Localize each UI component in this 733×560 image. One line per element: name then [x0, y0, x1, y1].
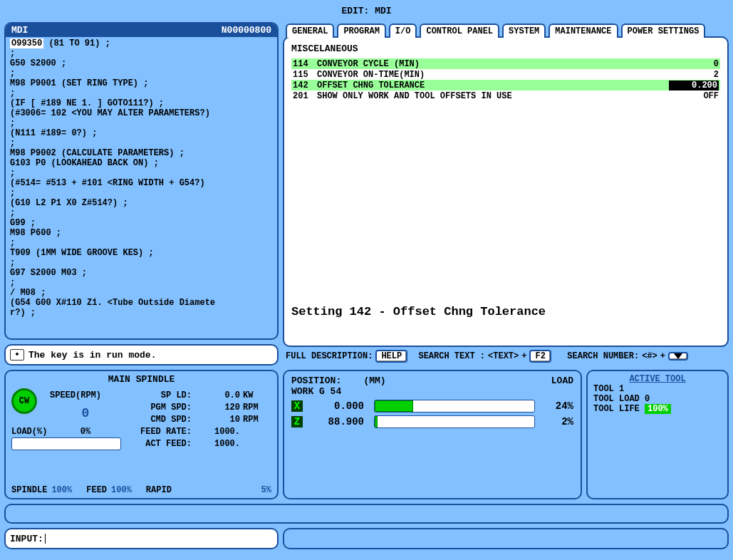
position-units: (MM) — [363, 375, 385, 386]
tab-general[interactable]: GENERAL — [286, 24, 334, 38]
code-header-left: MDI — [11, 25, 28, 36]
tool-life-label: TOOL LIFE — [593, 404, 645, 414]
ovr-rapid-l: RAPID — [146, 485, 172, 495]
spld-val: 0.0 — [197, 390, 240, 400]
position-value: 88.900 — [310, 416, 367, 427]
spindle-direction-icon: CW — [11, 388, 37, 414]
spindle-panel: MAIN SPINDLE CW SPEED(RPM) SP LD: 0.0 KW… — [4, 370, 279, 499]
act-label: ACT FEED: — [124, 439, 194, 449]
rpm-value: 0 — [50, 406, 121, 420]
tool-panel: ACTIVE TOOL TOOL 1 TOOL LOAD 0 TOOL LIFE… — [586, 370, 729, 499]
axis-label: X — [291, 400, 303, 412]
search-number-placeholder[interactable]: <#> — [642, 351, 657, 361]
setting-row[interactable]: 142OFFSET CHNG TOLERANCE0.200 — [291, 80, 720, 90]
help-button[interactable]: HELP — [375, 350, 407, 363]
spindle-title: MAIN SPINDLE — [11, 374, 271, 385]
spacer-panel — [4, 504, 729, 524]
load-percent: 24% — [542, 400, 573, 412]
load-val: 0% — [50, 427, 121, 437]
tab-power-settings[interactable]: POWER SETTINGS — [621, 24, 706, 38]
pgm-unit: RPM — [243, 403, 271, 413]
tool-life-value: 100% — [645, 404, 671, 414]
position-value: 0.000 — [310, 400, 367, 412]
position-work: WORK G 54 — [291, 386, 573, 397]
title-bar: EDIT: MDI — [4, 4, 729, 18]
tool-title: ACTIVE TOOL — [593, 374, 722, 384]
spld-label: SP LD: — [124, 390, 194, 400]
tab-system[interactable]: SYSTEM — [502, 24, 546, 38]
load-label: LOAD(%) — [11, 427, 47, 437]
tab-i/o[interactable]: I/O — [389, 24, 417, 38]
ovr-feed-v: 100% — [111, 485, 132, 495]
tab-maintenance[interactable]: MAINTENANCE — [549, 24, 618, 38]
position-load-label: LOAD — [551, 375, 573, 386]
override-row: SPINDLE 100% FEED 100% RAPID 5% — [11, 485, 271, 495]
plus-label-2: + — [660, 351, 665, 361]
ovr-spindle-l: SPINDLE — [11, 485, 47, 495]
axis-label: Z — [291, 416, 303, 427]
cmd-label: CMD SPD: — [124, 415, 194, 425]
ovr-feed-l: FEED — [86, 485, 107, 495]
input-field[interactable]: INPUT: — [4, 528, 279, 549]
key-mode-text: The key is in run mode. — [28, 350, 156, 361]
position-panel: POSITION: (MM) LOAD WORK G 54 X0.00024%Z… — [283, 370, 582, 499]
search-dropdown-button[interactable] — [668, 352, 688, 361]
search-number-label: SEARCH NUMBER: — [567, 351, 639, 361]
ovr-spindle-v: 100% — [51, 485, 72, 495]
setting-row[interactable]: 115CONVEYOR ON-TIME(MIN)2 — [291, 69, 720, 80]
setting-row[interactable]: 114CONVEYOR CYCLE (MIN)0 — [291, 58, 720, 69]
load-bar — [374, 415, 535, 428]
search-bar: FULL DESCRIPTION: HELP SEARCH TEXT : <TE… — [283, 347, 729, 365]
tab-program[interactable]: PROGRAM — [337, 24, 385, 38]
feed-label: FEED RATE: — [124, 427, 194, 437]
position-title: POSITION: — [291, 375, 341, 386]
spld-unit: KW — [243, 390, 271, 400]
load-bar — [374, 400, 535, 413]
chevron-down-icon — [674, 353, 682, 359]
feed-val: 1000. — [197, 427, 240, 437]
settings-title: MISCELANEOUS — [291, 43, 720, 54]
code-header: MDI N00000800 — [6, 24, 277, 37]
cmd-unit: RPM — [243, 415, 271, 425]
cmd-val: 10 — [197, 415, 240, 425]
ovr-rapid-v: 5% — [261, 485, 271, 495]
settings-body: MISCELANEOUS 114CONVEYOR CYCLE (MIN)0115… — [283, 36, 729, 347]
tabs: GENERALPROGRAMI/OCONTROL PANELSYSTEMMAIN… — [283, 22, 729, 36]
tool-load: TOOL LOAD 0 — [593, 394, 722, 404]
key-icon: ⬥ — [10, 349, 24, 361]
code-header-right: N00000800 — [222, 25, 271, 36]
pgm-label: PGM SPD: — [124, 403, 194, 413]
speed-label: SPEED(RPM) — [50, 390, 121, 400]
key-mode-panel: ⬥ The key is in run mode. — [4, 344, 279, 365]
input-label: INPUT: — [10, 534, 43, 544]
settings-list[interactable]: 114CONVEYOR CYCLE (MIN)0115CONVEYOR ON-T… — [291, 58, 720, 101]
input-right-panel — [283, 528, 729, 549]
plus-label: + — [521, 351, 526, 361]
cursor-icon — [45, 534, 46, 544]
tool-life: TOOL LIFE 100% — [593, 404, 722, 414]
tab-control-panel[interactable]: CONTROL PANEL — [420, 24, 499, 38]
act-val: 1000. — [197, 439, 240, 449]
load-bar — [11, 437, 121, 450]
position-row: X0.00024% — [291, 400, 573, 413]
search-text-label: SEARCH TEXT : — [418, 351, 485, 361]
code-panel: MDI N00000800 O99350 (81 TO 91) ;;G50 S2… — [4, 22, 279, 340]
f2-button[interactable]: F2 — [529, 350, 551, 363]
pgm-val: 120 — [197, 403, 240, 413]
tool-number: TOOL 1 — [593, 384, 722, 394]
code-body[interactable]: O99350 (81 TO 91) ;;G50 S2000 ;;M98 P900… — [6, 37, 277, 338]
load-percent: 2% — [542, 416, 573, 427]
search-text-placeholder[interactable]: <TEXT> — [488, 351, 519, 361]
full-desc-label: FULL DESCRIPTION: — [286, 351, 373, 361]
setting-description: Setting 142 - Offset Chng Tolerance — [291, 305, 720, 340]
setting-row[interactable]: 201SHOW ONLY WORK AND TOOL OFFSETS IN US… — [291, 90, 720, 101]
position-row: Z88.9002% — [291, 415, 573, 428]
